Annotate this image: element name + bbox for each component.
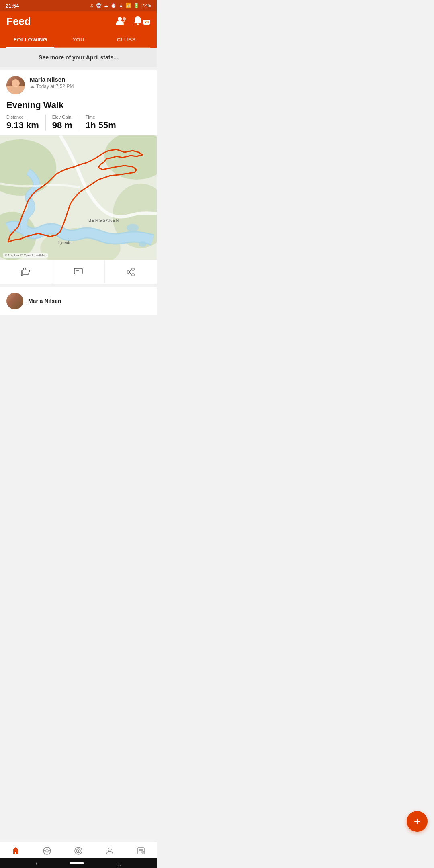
header: Feed 20 <box>0 11 157 48</box>
svg-point-9 <box>127 224 139 232</box>
page-title: Feed <box>6 15 31 28</box>
time-value: 1h 55m <box>86 120 116 131</box>
stat-time: Time 1h 55m <box>86 115 116 131</box>
svg-point-1 <box>123 17 126 20</box>
activity-meta: Maria Nilsen ☁ Today at 7:52 PM <box>30 76 150 89</box>
stat-divider-2 <box>79 115 79 131</box>
svg-text:Lynadn: Lynadn <box>58 240 71 245</box>
avatar[interactable] <box>6 76 25 94</box>
svg-text:BERGSAKER: BERGSAKER <box>88 218 119 223</box>
activity-time: Today at 7:52 PM <box>36 84 74 89</box>
elev-value: 98 m <box>52 120 72 131</box>
spotify-icon: ♫ <box>90 3 94 8</box>
bell-icon <box>133 16 142 28</box>
alarm-icon: ⏰ <box>111 3 117 8</box>
svg-point-2 <box>137 23 139 25</box>
activity-user-name[interactable]: Maria Nilsen <box>30 76 150 83</box>
status-icons: ♫ 👻 ☁ ⏰ ▲ 📶 🔋 22% <box>90 3 151 8</box>
svg-rect-13 <box>21 271 23 276</box>
tab-you[interactable]: YOU <box>54 33 102 47</box>
activity-header: Maria Nilsen ☁ Today at 7:52 PM <box>0 70 157 98</box>
status-time: 21:54 <box>6 3 19 9</box>
svg-point-17 <box>132 268 134 270</box>
wifi-icon: ▲ <box>119 3 123 8</box>
activity-stats: Distance 9.13 km Elev Gain 98 m Time 1h … <box>0 115 157 135</box>
like-button[interactable] <box>0 260 52 284</box>
stat-divider-1 <box>45 115 46 131</box>
friends-icon[interactable] <box>116 16 127 28</box>
svg-point-18 <box>127 271 129 273</box>
svg-rect-14 <box>74 268 82 274</box>
svg-point-10 <box>139 241 147 247</box>
action-bar <box>0 260 157 284</box>
svg-line-20 <box>129 270 132 271</box>
stat-elev: Elev Gain 98 m <box>52 115 72 131</box>
signal-icon: 📶 <box>125 3 131 8</box>
stat-distance: Distance 9.13 km <box>6 115 39 131</box>
activity-card: Maria Nilsen ☁ Today at 7:52 PM Evening … <box>0 70 157 284</box>
activity-title[interactable]: Evening Walk <box>0 98 157 115</box>
tab-clubs[interactable]: CLUBS <box>102 33 150 47</box>
notifications-button[interactable]: 20 <box>133 16 150 28</box>
cloud-status-icon: ☁ <box>104 3 108 8</box>
preview-avatar <box>6 293 23 309</box>
svg-point-19 <box>132 274 134 276</box>
distance-label: Distance <box>6 115 39 119</box>
time-label: Time <box>86 115 116 119</box>
tab-bar: FOLLOWING YOU CLUBS <box>6 33 150 48</box>
cloud-icon: ☁ <box>30 84 35 89</box>
status-bar: 21:54 ♫ 👻 ☁ ⏰ ▲ 📶 🔋 22% <box>0 0 157 11</box>
svg-line-21 <box>129 272 132 274</box>
battery-percent: 22% <box>141 3 151 8</box>
activity-preview[interactable]: Maria Nilsen <box>0 287 157 315</box>
tab-following[interactable]: FOLLOWING <box>6 33 54 48</box>
elev-label: Elev Gain <box>52 115 72 119</box>
activity-time-row: ☁ Today at 7:52 PM <box>30 84 150 89</box>
share-button[interactable] <box>105 261 157 283</box>
battery-icon: 🔋 <box>133 3 139 8</box>
comment-button[interactable] <box>52 261 104 283</box>
notification-count: 20 <box>143 20 150 25</box>
header-actions: 20 <box>116 16 150 28</box>
distance-value: 9.13 km <box>6 120 39 131</box>
snapchat-icon: 👻 <box>96 3 102 8</box>
svg-point-0 <box>118 17 122 21</box>
preview-user-name: Maria Nilsen <box>28 298 61 304</box>
map-attribution: © Mapbox © OpenStreetMap <box>3 253 48 258</box>
stats-banner[interactable]: See more of your April stats... <box>0 48 157 67</box>
activity-map[interactable]: BERGSAKER Lynadn © Mapbox © OpenStreetMa… <box>0 135 157 260</box>
